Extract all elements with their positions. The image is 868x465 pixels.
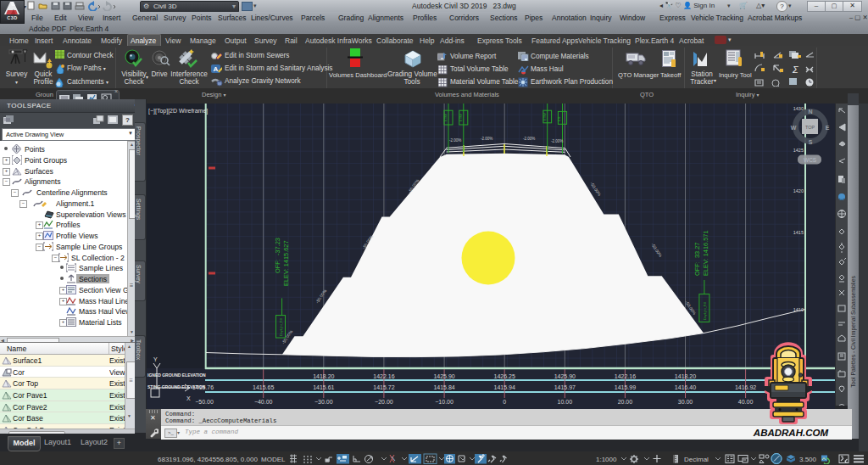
svg-text:[−][Top][2D Wireframe]: [−][Top][2D Wireframe] bbox=[148, 108, 208, 115]
svg-text:1418.20: 1418.20 bbox=[675, 373, 696, 379]
svg-text:WCS: WCS bbox=[804, 157, 817, 163]
svg-text:-2.00%: -2.00% bbox=[449, 138, 461, 143]
svg-text:1416.92: 1416.92 bbox=[735, 384, 756, 390]
svg-text:1:1000: 1:1000 bbox=[596, 456, 617, 463]
svg-text:1418.20: 1418.20 bbox=[313, 373, 334, 379]
svg-text:ES: ES bbox=[557, 116, 561, 121]
svg-text:40.00: 40.00 bbox=[738, 399, 754, 405]
svg-text:1415: 1415 bbox=[793, 230, 804, 235]
svg-text:20.00: 20.00 bbox=[618, 399, 633, 405]
svg-text:1420: 1420 bbox=[793, 188, 804, 193]
svg-text:1422.16: 1422.16 bbox=[373, 373, 394, 379]
svg-text:1415.94: 1415.94 bbox=[494, 384, 515, 390]
svg-text:10.00: 10.00 bbox=[558, 399, 573, 405]
svg-text:E: E bbox=[826, 125, 830, 131]
svg-text:1415.97: 1415.97 bbox=[554, 384, 576, 390]
svg-text:3.500: 3.500 bbox=[799, 456, 817, 463]
svg-text:-2.00%: -2.00% bbox=[523, 137, 535, 141]
svg-text:−40.00: −40.00 bbox=[254, 399, 273, 405]
svg-text:OFF: 33.27: OFF: 33.27 bbox=[693, 243, 701, 276]
svg-text:1415.84: 1415.84 bbox=[433, 384, 454, 390]
svg-text:ETW: ETW bbox=[542, 113, 547, 120]
svg-text:Σ: Σ bbox=[792, 64, 798, 75]
svg-text:−20.00: −20.00 bbox=[375, 399, 393, 405]
svg-text:IGNED GROUND ELEVATION: IGNED GROUND ELEVATION bbox=[147, 373, 206, 378]
svg-text:OFF: -37.23: OFF: -37.23 bbox=[274, 238, 281, 273]
svg-text:1415.99: 1415.99 bbox=[615, 384, 636, 390]
svg-text:-2.00%: -2.00% bbox=[481, 137, 492, 141]
svg-text:ETW: ETW bbox=[459, 114, 463, 121]
svg-text:A: A bbox=[214, 65, 219, 73]
svg-text:ETW: ETW bbox=[443, 114, 448, 121]
svg-text:1430: 1430 bbox=[793, 106, 804, 111]
svg-text:-2.00%: -2.00% bbox=[551, 139, 563, 143]
svg-text:30.00: 30.00 bbox=[678, 399, 693, 405]
svg-text:TOP: TOP bbox=[805, 125, 815, 130]
svg-text:1422.16: 1422.16 bbox=[615, 373, 636, 379]
svg-text:1415.65: 1415.65 bbox=[253, 384, 274, 390]
svg-text:ELEV: 1415.627: ELEV: 1415.627 bbox=[282, 240, 290, 286]
svg-text:W: W bbox=[791, 125, 797, 131]
svg-text:−10.00: −10.00 bbox=[435, 399, 453, 405]
svg-text:ELEV: 1416.571: ELEV: 1416.571 bbox=[702, 230, 709, 276]
svg-text:1426.25: 1426.25 bbox=[494, 373, 515, 379]
svg-text:1415.61: 1415.61 bbox=[313, 384, 334, 390]
svg-text:Daylight_Fill: Daylight_Fill bbox=[280, 318, 283, 336]
svg-text:Daylight_Fill: Daylight_Fill bbox=[704, 302, 707, 320]
svg-text:1425.90: 1425.90 bbox=[433, 373, 454, 379]
svg-text:Decimal: Decimal bbox=[684, 456, 709, 463]
svg-text:1425: 1425 bbox=[793, 148, 804, 153]
svg-text:1410: 1410 bbox=[793, 307, 804, 312]
svg-text:−50.00: −50.00 bbox=[195, 399, 214, 405]
svg-text:S: S bbox=[809, 139, 813, 145]
svg-text:1415.72: 1415.72 bbox=[373, 384, 394, 390]
svg-text:1425.90: 1425.90 bbox=[554, 373, 576, 379]
svg-text:1416.40: 1416.40 bbox=[675, 384, 696, 390]
svg-text:X: X bbox=[186, 395, 191, 401]
svg-text:0: 0 bbox=[503, 399, 506, 405]
svg-text:Y: Y bbox=[153, 356, 158, 362]
svg-text:−30.00: −30.00 bbox=[314, 399, 333, 405]
svg-text:N: N bbox=[808, 109, 812, 115]
